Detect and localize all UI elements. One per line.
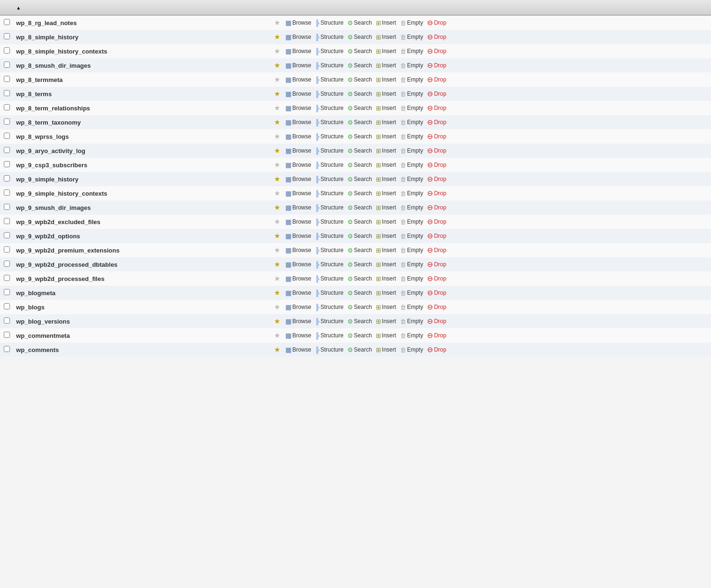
search-button[interactable]: ⚙ Search xyxy=(346,289,374,297)
search-button[interactable]: ⚙ Search xyxy=(346,261,374,269)
structure-button[interactable]: ╠ Structure xyxy=(314,118,345,127)
insert-button[interactable]: ⊞ Insert xyxy=(374,204,398,212)
search-button[interactable]: ⚙ Search xyxy=(346,204,374,212)
row-checkbox[interactable] xyxy=(4,118,10,125)
structure-button[interactable]: ╠ Structure xyxy=(314,104,345,112)
browse-button[interactable]: ▦ Browse xyxy=(284,33,313,41)
empty-button[interactable]: 🗑 Empty xyxy=(399,118,425,127)
drop-button[interactable]: ⊖ Drop xyxy=(426,103,448,113)
insert-button[interactable]: ⊞ Insert xyxy=(374,218,398,226)
row-checkbox[interactable] xyxy=(4,104,10,110)
search-button[interactable]: ⚙ Search xyxy=(346,346,374,354)
search-button[interactable]: ⚙ Search xyxy=(346,190,374,198)
browse-button[interactable]: ▦ Browse xyxy=(284,260,313,269)
empty-button[interactable]: 🗑 Empty xyxy=(399,218,425,226)
insert-button[interactable]: ⊞ Insert xyxy=(374,47,398,55)
search-button[interactable]: ⚙ Search xyxy=(346,19,374,27)
favorite-star-icon[interactable]: ★ xyxy=(274,175,280,183)
favorite-star-icon[interactable]: ★ xyxy=(274,146,280,155)
drop-button[interactable]: ⊖ Drop xyxy=(426,231,448,241)
insert-button[interactable]: ⊞ Insert xyxy=(374,303,398,311)
row-checkbox[interactable] xyxy=(4,289,10,295)
search-button[interactable]: ⚙ Search xyxy=(346,303,374,311)
insert-button[interactable]: ⊞ Insert xyxy=(374,332,398,340)
row-checkbox[interactable] xyxy=(4,332,10,338)
favorite-star-icon[interactable]: ★ xyxy=(274,217,280,226)
search-button[interactable]: ⚙ Search xyxy=(346,47,374,55)
browse-button[interactable]: ▦ Browse xyxy=(284,132,313,141)
browse-button[interactable]: ▦ Browse xyxy=(284,289,313,297)
drop-button[interactable]: ⊖ Drop xyxy=(426,18,448,27)
browse-button[interactable]: ▦ Browse xyxy=(284,146,313,155)
browse-button[interactable]: ▦ Browse xyxy=(284,345,313,354)
favorite-star-icon[interactable]: ★ xyxy=(274,260,280,269)
structure-button[interactable]: ╠ Structure xyxy=(314,204,345,212)
empty-button[interactable]: 🗑 Empty xyxy=(399,246,425,254)
empty-button[interactable]: 🗑 Empty xyxy=(399,346,425,354)
empty-button[interactable]: 🗑 Empty xyxy=(399,289,425,297)
empty-button[interactable]: 🗑 Empty xyxy=(399,133,425,141)
empty-button[interactable]: 🗑 Empty xyxy=(399,104,425,112)
drop-button[interactable]: ⊖ Drop xyxy=(426,160,448,170)
structure-button[interactable]: ╠ Structure xyxy=(314,218,345,226)
structure-button[interactable]: ╠ Structure xyxy=(314,289,345,297)
row-checkbox[interactable] xyxy=(4,190,10,196)
drop-button[interactable]: ⊖ Drop xyxy=(426,317,448,326)
empty-button[interactable]: 🗑 Empty xyxy=(399,204,425,212)
row-checkbox[interactable] xyxy=(4,62,10,68)
empty-button[interactable]: 🗑 Empty xyxy=(399,332,425,340)
favorite-star-icon[interactable]: ★ xyxy=(274,331,280,340)
structure-button[interactable]: ╠ Structure xyxy=(314,147,345,155)
empty-button[interactable]: 🗑 Empty xyxy=(399,62,425,70)
favorite-star-icon[interactable]: ★ xyxy=(274,33,280,41)
row-checkbox[interactable] xyxy=(4,218,10,224)
empty-button[interactable]: 🗑 Empty xyxy=(399,261,425,269)
favorite-star-icon[interactable]: ★ xyxy=(274,189,280,198)
search-button[interactable]: ⚙ Search xyxy=(346,332,374,340)
drop-button[interactable]: ⊖ Drop xyxy=(426,203,448,212)
drop-button[interactable]: ⊖ Drop xyxy=(426,46,448,56)
search-button[interactable]: ⚙ Search xyxy=(346,118,374,127)
drop-button[interactable]: ⊖ Drop xyxy=(426,174,448,184)
structure-button[interactable]: ╠ Structure xyxy=(314,62,345,70)
drop-button[interactable]: ⊖ Drop xyxy=(426,260,448,269)
search-button[interactable]: ⚙ Search xyxy=(346,161,374,169)
favorite-star-icon[interactable]: ★ xyxy=(274,246,280,254)
empty-button[interactable]: 🗑 Empty xyxy=(399,232,425,240)
search-button[interactable]: ⚙ Search xyxy=(346,90,374,98)
row-checkbox[interactable] xyxy=(4,246,10,253)
row-checkbox[interactable] xyxy=(4,33,10,39)
structure-button[interactable]: ╠ Structure xyxy=(314,47,345,55)
search-button[interactable]: ⚙ Search xyxy=(346,133,374,141)
insert-button[interactable]: ⊞ Insert xyxy=(374,19,398,27)
search-button[interactable]: ⚙ Search xyxy=(346,218,374,226)
empty-button[interactable]: 🗑 Empty xyxy=(399,90,425,98)
search-button[interactable]: ⚙ Search xyxy=(346,33,374,41)
drop-button[interactable]: ⊖ Drop xyxy=(426,61,448,70)
browse-button[interactable]: ▦ Browse xyxy=(284,303,313,311)
browse-button[interactable]: ▦ Browse xyxy=(284,61,313,70)
empty-button[interactable]: 🗑 Empty xyxy=(399,190,425,198)
insert-button[interactable]: ⊞ Insert xyxy=(374,133,398,141)
structure-button[interactable]: ╠ Structure xyxy=(314,190,345,198)
structure-button[interactable]: ╠ Structure xyxy=(314,33,345,41)
drop-button[interactable]: ⊖ Drop xyxy=(426,75,448,84)
browse-button[interactable]: ▦ Browse xyxy=(284,246,313,254)
favorite-star-icon[interactable]: ★ xyxy=(274,90,280,98)
drop-button[interactable]: ⊖ Drop xyxy=(426,302,448,312)
empty-button[interactable]: 🗑 Empty xyxy=(399,33,425,41)
browse-button[interactable]: ▦ Browse xyxy=(284,203,313,212)
browse-button[interactable]: ▦ Browse xyxy=(284,47,313,55)
structure-button[interactable]: ╠ Structure xyxy=(314,332,345,340)
empty-button[interactable]: 🗑 Empty xyxy=(399,175,425,183)
favorite-star-icon[interactable]: ★ xyxy=(274,203,280,212)
empty-button[interactable]: 🗑 Empty xyxy=(399,47,425,55)
row-checkbox[interactable] xyxy=(4,303,10,309)
structure-button[interactable]: ╠ Structure xyxy=(314,175,345,183)
favorite-star-icon[interactable]: ★ xyxy=(274,75,280,84)
search-button[interactable]: ⚙ Search xyxy=(346,147,374,155)
row-checkbox[interactable] xyxy=(4,76,10,82)
search-button[interactable]: ⚙ Search xyxy=(346,104,374,112)
row-checkbox[interactable] xyxy=(4,175,10,181)
insert-button[interactable]: ⊞ Insert xyxy=(374,33,398,41)
